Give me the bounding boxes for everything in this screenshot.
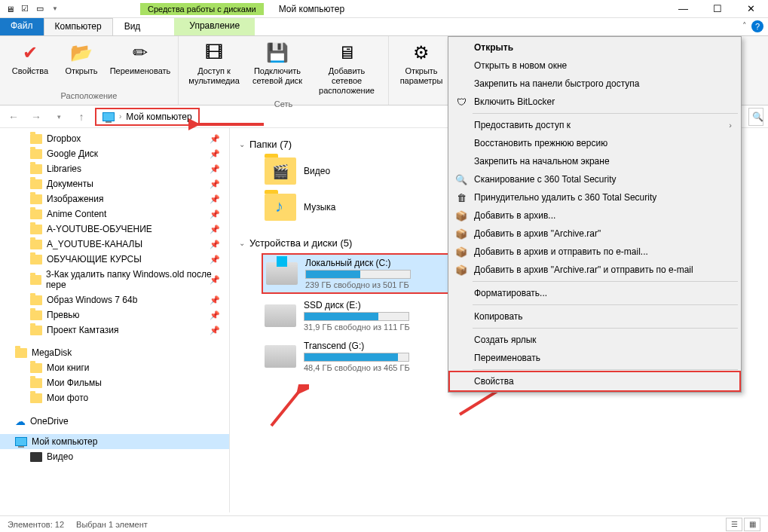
- tab-manage[interactable]: Управление: [174, 18, 255, 35]
- folder-icon: [30, 194, 42, 204]
- tab-file[interactable]: Файл: [0, 18, 44, 35]
- maximize-button[interactable]: ☐: [700, 0, 734, 18]
- menu-item[interactable]: Закрепить на начальном экране: [450, 152, 739, 170]
- navigation-pane[interactable]: Dropbox📌Google Диск📌Libraries📌Документы📌…: [0, 128, 230, 512]
- context-menu: ОткрытьОткрыть в новом окнеЗакрепить на …: [448, 36, 742, 393]
- forward-button[interactable]: →: [27, 108, 45, 126]
- open-settings-button[interactable]: ⚙ Открыть параметры: [395, 39, 448, 102]
- menu-item-label: Открыть: [474, 42, 513, 53]
- drive-name: Transcend (G:): [304, 341, 454, 351]
- folder-icon: [30, 393, 42, 403]
- tab-computer[interactable]: Компьютер: [44, 18, 113, 35]
- open-button[interactable]: 📂 Открыть: [57, 39, 106, 90]
- folder-icon: [15, 348, 27, 358]
- sidebar-item[interactable]: A-YOUTUBE-ОБУЧЕНИЕ📌: [0, 222, 229, 237]
- sidebar-item[interactable]: Документы📌: [0, 176, 229, 191]
- menu-separator: [473, 281, 738, 282]
- sidebar-item-label: Документы: [47, 179, 93, 189]
- sidebar-item[interactable]: Google Диск📌: [0, 146, 229, 161]
- search-icon: 🔍: [752, 112, 763, 122]
- search-input[interactable]: 🔍: [748, 108, 763, 126]
- tiles-view-button[interactable]: ▦: [744, 518, 760, 531]
- sidebar-video[interactable]: Видео: [0, 449, 229, 464]
- up-button[interactable]: ↑: [72, 108, 90, 126]
- menu-item[interactable]: Создать ярлык: [450, 331, 739, 349]
- menu-item[interactable]: Открыть в новом окне: [450, 57, 739, 75]
- close-button[interactable]: ✕: [734, 0, 768, 18]
- sidebar-item[interactable]: Проект Камтазия📌: [0, 323, 229, 338]
- sidebar-megadisk[interactable]: MegaDisk: [0, 345, 229, 360]
- folder-item[interactable]: Музыка: [262, 191, 442, 224]
- map-drive-button[interactable]: 💾 Подключить сетевой диск: [246, 39, 308, 98]
- menu-item[interactable]: 📦Добавить в архив "Archive.rar": [450, 225, 739, 243]
- sidebar-item-label: Мой компьютер: [32, 436, 97, 447]
- sidebar-item[interactable]: Libraries📌: [0, 161, 229, 176]
- menu-item[interactable]: Восстановить прежнюю версию: [450, 134, 739, 152]
- menu-item-icon: 📦: [454, 209, 468, 222]
- sidebar-item[interactable]: ОБУЧАЮЩИЕ КУРСЫ📌: [0, 252, 229, 267]
- chevron-down-icon: ⌄: [239, 239, 245, 247]
- sidebar-item-label: Мои фото: [47, 393, 88, 403]
- properties-button[interactable]: ✔ Свойства: [6, 39, 54, 90]
- help-icon[interactable]: ?: [751, 20, 763, 32]
- minimize-button[interactable]: —: [666, 0, 700, 18]
- qat-properties-icon[interactable]: ☑: [18, 2, 32, 16]
- sidebar-item[interactable]: Мои Фильмы: [0, 375, 229, 390]
- sidebar-onedrive[interactable]: ☁ OneDrive: [0, 413, 229, 430]
- menu-item[interactable]: 🛡Включить BitLocker: [450, 93, 739, 111]
- menu-item[interactable]: Открыть: [450, 38, 739, 57]
- sidebar-item[interactable]: Мои книги: [0, 360, 229, 375]
- folder-name: Музыка: [304, 202, 335, 212]
- media-label: Доступ к мультимедиа: [186, 66, 242, 86]
- sidebar-item[interactable]: A_YOUTUBE-КАНАЛЫ📌: [0, 237, 229, 252]
- menu-item[interactable]: 📦Добавить в архив и отправить по e-mail.…: [450, 243, 739, 261]
- sidebar-item[interactable]: 3-Как удалить папку Windows.old после пе…: [0, 267, 229, 292]
- recent-dropdown[interactable]: ▾: [50, 108, 68, 126]
- menu-item[interactable]: 🔍Сканирование с 360 Total Security: [450, 170, 739, 188]
- sidebar-item[interactable]: Образ Windows 7 64b📌: [0, 292, 229, 307]
- breadcrumb[interactable]: › Мой компьютер: [95, 108, 200, 126]
- sidebar-item[interactable]: Мои фото: [0, 390, 229, 405]
- menu-item-icon: 🗑: [454, 191, 468, 204]
- group-network-label: Сеть: [274, 98, 292, 110]
- sidebar-item-label: Мои книги: [47, 362, 90, 373]
- menu-item[interactable]: Закрепить на панели быстрого доступа: [450, 75, 739, 93]
- sidebar-item[interactable]: Anime Content📌: [0, 206, 229, 222]
- menu-item[interactable]: 📦Добавить в архив...: [450, 206, 739, 225]
- drive-item[interactable]: Локальный диск (C:)239 ГБ свободно из 50…: [262, 253, 457, 294]
- menu-item-label: Восстановить прежнюю версию: [474, 138, 607, 148]
- sidebar-item[interactable]: Изображения📌: [0, 191, 229, 206]
- sidebar-item-label: Dropbox: [47, 133, 81, 144]
- menu-item[interactable]: Копировать: [450, 307, 739, 326]
- collapse-ribbon-icon[interactable]: ˄: [742, 21, 747, 31]
- menu-item[interactable]: 📦Добавить в архив "Archive.rar" и отправ…: [450, 261, 739, 279]
- back-button[interactable]: ←: [5, 108, 23, 126]
- properties-label: Свойства: [12, 66, 48, 76]
- menu-item[interactable]: Переименовать: [450, 349, 739, 367]
- sidebar-item[interactable]: Превью📌: [0, 307, 229, 323]
- drive-item[interactable]: Transcend (G:)48,4 ГБ свободно из 465 ГБ: [262, 338, 457, 375]
- menu-item[interactable]: Свойства: [448, 371, 741, 392]
- sidebar-item-label: OneDrive: [30, 416, 69, 427]
- details-view-button[interactable]: ☰: [726, 518, 742, 531]
- add-net-label: Добавить сетевое расположение: [313, 66, 381, 96]
- qat-dropdown-icon[interactable]: ▼: [48, 2, 62, 16]
- add-network-location-button[interactable]: 🖥 Добавить сетевое расположение: [311, 39, 382, 98]
- drive-name: Локальный диск (C:): [305, 258, 453, 268]
- sidebar-this-pc[interactable]: Мой компьютер: [0, 434, 229, 449]
- menu-item[interactable]: Предоставить доступ к›: [450, 116, 739, 134]
- menu-item[interactable]: Форматировать...: [450, 284, 739, 302]
- folder-icon: [30, 275, 41, 285]
- qat-new-folder-icon[interactable]: ▭: [33, 2, 47, 16]
- map-drive-label: Подключить сетевой диск: [248, 66, 307, 86]
- rename-button[interactable]: ✏ Переименовать: [109, 39, 172, 90]
- folder-icon: [265, 194, 296, 221]
- folder-item[interactable]: Видео: [262, 154, 442, 188]
- drive-item[interactable]: SSD диск (E:)31,9 ГБ свободно из 111 ГБ: [262, 297, 457, 335]
- media-access-button[interactable]: 🎞 Доступ к мультимедиа: [185, 39, 243, 98]
- menu-item-label: Форматировать...: [474, 288, 547, 298]
- tab-view[interactable]: Вид: [113, 18, 152, 35]
- pin-icon: 📌: [210, 240, 220, 249]
- menu-item[interactable]: 🗑Принудительно удалить с 360 Total Secur…: [450, 188, 739, 206]
- sidebar-item[interactable]: Dropbox📌: [0, 131, 229, 146]
